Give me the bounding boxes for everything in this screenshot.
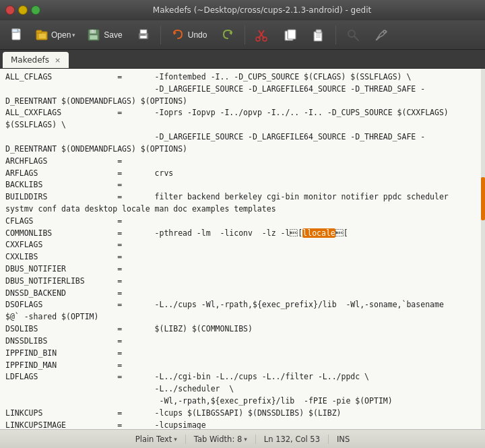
cut-icon [255, 28, 269, 42]
scroll-thumb[interactable] [481, 177, 485, 220]
svg-point-29 [383, 30, 386, 33]
tabwidth-label: Tab Width: 8 [194, 435, 242, 444]
close-button[interactable] [5, 5, 15, 15]
undo-button[interactable]: Undo [165, 25, 213, 45]
new-button[interactable] [4, 25, 30, 45]
statusbar-tabwidth[interactable]: Tab Width: 8 ▾ [186, 435, 256, 444]
tools-button[interactable] [368, 25, 394, 45]
tabwidth-dropdown[interactable]: Tab Width: 8 ▾ [194, 435, 247, 444]
save-label: Save [104, 30, 122, 40]
open-dropdown-arrow[interactable]: ▾ [72, 32, 75, 38]
search-icon [346, 28, 360, 42]
paste-icon [311, 28, 326, 42]
save-icon [86, 28, 101, 42]
maximize-button[interactable] [31, 5, 40, 15]
statusbar-position: Ln 132, Col 53 [256, 435, 329, 444]
svg-rect-6 [39, 34, 46, 38]
redo-button[interactable] [215, 25, 240, 45]
window-controls[interactable] [5, 5, 40, 15]
separator-3 [335, 26, 336, 44]
new-icon [9, 28, 24, 42]
find-button[interactable] [340, 25, 366, 45]
tab-close-button[interactable]: × [55, 56, 61, 65]
tabwidth-chevron: ▾ [244, 436, 247, 443]
svg-rect-9 [92, 30, 94, 33]
filetype-label: Plain Text [135, 435, 172, 444]
svg-rect-24 [316, 30, 321, 33]
svg-rect-12 [140, 30, 147, 34]
svg-line-28 [354, 36, 358, 40]
insert-label: INS [337, 435, 350, 444]
svg-rect-1 [12, 29, 18, 32]
paste-button[interactable] [306, 25, 331, 45]
titlebar: Makedefs (~Desktop/cross/cups-2.1.3-andr… [0, 0, 485, 20]
open-icon [35, 28, 50, 42]
toolbar: Open ▾ Save [0, 20, 485, 50]
svg-rect-13 [140, 36, 147, 38]
editor-area[interactable]: ALL_CFLAGS = -Ifontembed -I.. -D_CUPS_SO… [0, 69, 485, 429]
save-button[interactable]: Save [81, 25, 127, 45]
tools-icon [374, 28, 389, 42]
minimize-button[interactable] [18, 5, 28, 15]
tab-makedefs[interactable]: Makedefs × [3, 52, 69, 68]
tabbar: Makedefs × [0, 50, 485, 69]
svg-point-20 [263, 37, 267, 41]
tab-label: Makedefs [11, 55, 49, 65]
scrollbar[interactable] [481, 69, 485, 429]
open-label: Open [51, 30, 71, 40]
copy-icon [283, 28, 298, 42]
open-button[interactable]: Open ▾ [32, 25, 78, 45]
separator-2 [245, 26, 245, 44]
copy-button[interactable] [278, 25, 303, 45]
filetype-chevron: ▾ [174, 436, 177, 443]
undo-icon [170, 28, 185, 42]
position-label: Ln 132, Col 53 [264, 435, 320, 444]
separator-1 [160, 26, 161, 44]
window-title: Makedefs (~Desktop/cross/cups-2.1.3-andr… [44, 5, 480, 15]
svg-rect-10 [90, 35, 98, 40]
cut-button[interactable] [249, 25, 275, 45]
svg-rect-5 [36, 30, 42, 33]
print-icon [136, 28, 151, 42]
editor-content[interactable]: ALL_CFLAGS = -Ifontembed -I.. -D_CUPS_SO… [0, 69, 485, 429]
svg-rect-22 [288, 30, 296, 39]
statusbar-insert: INS [329, 435, 358, 444]
print-button[interactable] [131, 25, 156, 45]
undo-label: Undo [188, 30, 207, 40]
svg-point-14 [146, 34, 147, 36]
highlighted-text: llocale [302, 228, 335, 238]
statusbar: Plain Text ▾ Tab Width: 8 ▾ Ln 132, Col … [0, 429, 485, 448]
filetype-dropdown[interactable]: Plain Text ▾ [135, 435, 177, 444]
redo-icon [220, 28, 235, 42]
svg-point-19 [256, 37, 260, 41]
statusbar-filetype[interactable]: Plain Text ▾ [127, 435, 186, 444]
